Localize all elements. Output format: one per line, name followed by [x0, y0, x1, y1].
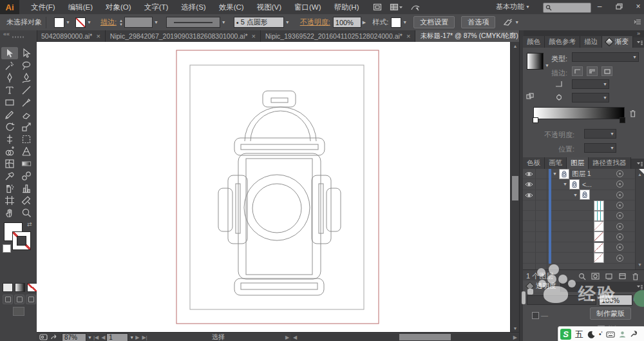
gradient-angle-dropdown[interactable]: ▼	[572, 79, 609, 89]
gradient-type-dropdown[interactable]: ▼	[572, 52, 639, 62]
eye-icon[interactable]	[525, 192, 533, 200]
chevron-down-icon[interactable]: ▼	[545, 63, 549, 68]
layer-thumbnail[interactable]	[594, 200, 604, 211]
collapse-dock-icon[interactable]: »	[637, 30, 640, 37]
chevron-down-icon[interactable]: ▼	[154, 20, 158, 24]
prev-artboard-icon[interactable]: ◀	[101, 335, 105, 340]
canvas[interactable]	[37, 42, 510, 332]
chevron-down-icon[interactable]: ▼	[285, 20, 290, 24]
hand-tool[interactable]	[1, 206, 18, 219]
status-expand-icon[interactable]: ▶	[285, 335, 289, 340]
gradient-stop-black[interactable]	[620, 117, 625, 123]
gradient-mode-button[interactable]	[15, 283, 25, 292]
target-icon[interactable]	[616, 202, 623, 209]
layer-row[interactable]	[523, 242, 644, 253]
panel-menu-icon[interactable]	[636, 161, 642, 168]
launch-bridge-icon[interactable]	[373, 2, 382, 12]
selection-tool[interactable]	[1, 47, 18, 59]
vertical-scrollbar[interactable]: ▲ ▼	[510, 42, 520, 332]
eyedropper-tool[interactable]	[1, 170, 18, 182]
status-zoom-icon[interactable]	[39, 332, 48, 341]
artboard-dropdown-icon[interactable]: ▼	[129, 335, 134, 340]
rectangle-tool[interactable]	[1, 96, 18, 108]
opacity-value[interactable]: 100%	[333, 17, 361, 28]
layer-thumbnail[interactable]	[569, 179, 580, 190]
tools-grip[interactable]	[12, 36, 25, 38]
pencil-tool[interactable]	[1, 108, 18, 121]
draw-normal-button[interactable]	[3, 295, 13, 304]
shaper-tool[interactable]	[18, 108, 35, 121]
collapse-control-panel-icon[interactable]	[634, 17, 641, 28]
stroke-within-icon[interactable]	[572, 66, 583, 76]
layer-row[interactable]	[523, 253, 644, 263]
tab-transparency[interactable]: 透明度	[523, 280, 561, 292]
menu-item[interactable]: 文字(T)	[138, 0, 175, 14]
scroll-down-icon[interactable]: ▼	[511, 324, 520, 332]
chevron-down-icon[interactable]: ▼	[66, 20, 70, 24]
stroke-along-icon[interactable]	[587, 66, 598, 76]
zoom-level-value[interactable]: 87%	[62, 333, 86, 341]
vertical-scroll-thumb[interactable]	[512, 176, 518, 200]
make-clipping-mask-icon[interactable]	[591, 273, 600, 280]
paintbrush-tool[interactable]	[18, 96, 35, 108]
zoom-dropdown-icon[interactable]: ▼	[88, 335, 92, 340]
target-icon[interactable]	[616, 180, 623, 188]
scale-tool[interactable]	[18, 121, 35, 133]
isolate-blending-checkbox[interactable]	[532, 312, 539, 319]
layer-row[interactable]	[523, 211, 644, 221]
magic-wand-tool[interactable]	[1, 59, 18, 72]
delete-stop-icon[interactable]	[629, 110, 636, 119]
close-button[interactable]: ×	[630, 0, 644, 13]
minimize-button[interactable]: –	[591, 0, 608, 13]
horizontal-scrollbar[interactable]: ◀ ▶	[291, 333, 519, 341]
menu-item[interactable]: 选择(S)	[175, 0, 212, 14]
panel-tab[interactable]: 颜色参考	[545, 36, 580, 48]
shape-builder-tool[interactable]	[1, 145, 18, 157]
restore-button[interactable]	[611, 0, 627, 13]
curvature-tool[interactable]	[18, 72, 35, 84]
menu-item[interactable]: 文件(F)	[24, 0, 62, 14]
locate-object-icon[interactable]	[578, 273, 586, 280]
target-icon[interactable]	[616, 212, 623, 219]
next-artboard-icon[interactable]: ▶	[135, 335, 139, 340]
rotate-tool[interactable]	[1, 121, 18, 133]
target-icon[interactable]	[616, 233, 623, 240]
lasso-tool[interactable]	[18, 59, 35, 72]
draw-inside-button[interactable]	[26, 295, 36, 304]
scroll-up-icon[interactable]: ▲	[511, 42, 520, 50]
aspect-ratio-dropdown[interactable]: ▼	[572, 93, 609, 102]
none-mode-button[interactable]	[27, 283, 37, 292]
chevron-down-icon[interactable]: ▼	[87, 20, 91, 24]
punctuation-icon[interactable]: •'	[599, 331, 602, 338]
document-tab[interactable]: 未标题-17* @ 87% (CMYK/轮廓)×	[415, 30, 531, 42]
horizontal-scroll-thumb[interactable]	[399, 334, 451, 340]
panel-tab[interactable]: 路径查找器	[589, 157, 631, 169]
new-sublayer-icon[interactable]	[605, 273, 613, 280]
width-profile-dropdown[interactable]	[166, 17, 220, 28]
layer-thumbnail[interactable]	[580, 190, 590, 200]
close-icon[interactable]: ×	[252, 32, 256, 40]
line-segment-tool[interactable]	[18, 84, 35, 96]
make-mask-button[interactable]: 制作蒙版	[590, 307, 631, 320]
gradient-preview-swatch[interactable]	[527, 53, 544, 70]
eye-icon[interactable]	[525, 181, 533, 189]
target-icon[interactable]	[616, 255, 623, 262]
menu-item[interactable]: 编辑(E)	[62, 0, 99, 14]
layer-row[interactable]	[523, 200, 644, 211]
first-artboard-icon[interactable]: |◀	[93, 335, 99, 340]
fill-color-swatch[interactable]	[54, 17, 64, 28]
scroll-up-icon[interactable]: ▲	[636, 170, 644, 178]
stroke-swatch[interactable]	[12, 231, 31, 250]
menu-item[interactable]: 效果(C)	[213, 0, 251, 14]
stroke-width-stepper[interactable]: ▲▼	[119, 19, 123, 26]
artboard-number-value[interactable]: 1	[106, 333, 128, 341]
transparency-opacity-value[interactable]: 100%	[599, 295, 632, 306]
style-swatch[interactable]	[391, 17, 401, 28]
align-glyph-icon[interactable]	[503, 17, 513, 28]
layer-row[interactable]	[523, 232, 644, 242]
swap-fill-stroke-icon[interactable]: ⇄	[27, 221, 32, 228]
panel-tab[interactable]: 画笔	[545, 157, 567, 169]
default-fill-stroke-icon[interactable]	[3, 244, 11, 253]
new-layer-icon[interactable]	[618, 273, 627, 280]
menu-item[interactable]: 视图(V)	[251, 0, 288, 14]
